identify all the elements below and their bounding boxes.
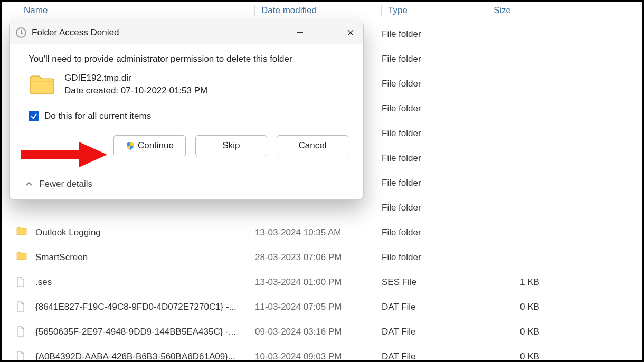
list-item[interactable]: Outlook Logging 13-03-2024 10:35 AM File…	[16, 220, 638, 245]
folder-icon	[16, 227, 28, 239]
column-size[interactable]: Size	[487, 5, 637, 16]
folder-icon	[29, 74, 55, 95]
column-name[interactable]: Name	[20, 5, 254, 16]
do-for-all-label: Do this for all current items	[44, 111, 151, 121]
file-icon	[16, 301, 28, 313]
column-date-modified[interactable]: Date modified	[254, 5, 381, 16]
file-size: 1 KB	[520, 277, 638, 288]
file-type: DAT File	[382, 302, 520, 312]
dialog-title: Folder Access Denied	[32, 27, 287, 38]
dialog-item-date: Date created: 07-10-2022 01:53 PM	[64, 85, 207, 96]
file-name: Outlook Logging	[35, 227, 255, 238]
file-size: 0 KB	[520, 302, 638, 312]
file-date: 28-03-2023 07:06 PM	[255, 252, 382, 263]
column-header-row: Name Date modified Type Size	[2, 2, 642, 20]
list-item[interactable]: {5650635F-2E97-4948-9DD9-144BB5EA435C} -…	[16, 319, 638, 344]
file-type: DAT File	[382, 351, 520, 362]
minimize-button[interactable]	[287, 21, 312, 44]
file-icon	[16, 326, 28, 338]
column-type[interactable]: Type	[381, 5, 487, 16]
dialog-message: You'll need to provide administrator per…	[29, 54, 348, 64]
folder-access-denied-dialog: Folder Access Denied You'll need to prov…	[9, 21, 364, 200]
file-type: File folder	[382, 227, 520, 238]
uac-shield-icon	[126, 141, 135, 150]
list-item[interactable]: .ses 13-03-2024 01:00 PM SES File 1 KB	[16, 270, 638, 294]
file-size: 0 KB	[520, 351, 638, 362]
file-type: SES File	[382, 277, 520, 288]
dialog-titlebar[interactable]: Folder Access Denied	[10, 21, 363, 44]
folder-icon	[16, 252, 28, 263]
dialog-item-name: GDIE192.tmp.dir	[64, 73, 207, 83]
fewer-details-toggle[interactable]: Fewer details	[10, 168, 363, 199]
file-date: 13-03-2024 10:35 AM	[255, 227, 382, 238]
dialog-item-info: GDIE192.tmp.dir Date created: 07-10-2022…	[29, 73, 348, 96]
file-date: 11-03-2024 07:05 PM	[255, 302, 382, 312]
do-for-all-checkbox[interactable]	[29, 111, 39, 121]
file-name: .ses	[35, 277, 255, 288]
file-name: SmartScreen	[35, 252, 255, 263]
file-date: 13-03-2024 01:00 PM	[255, 277, 382, 288]
clock-icon	[16, 27, 26, 38]
skip-button[interactable]: Skip	[195, 135, 267, 156]
file-name: {5650635F-2E97-4948-9DD9-144BB5EA435C} -…	[35, 327, 255, 337]
close-button[interactable]	[338, 21, 363, 44]
chevron-up-icon	[25, 180, 33, 188]
list-item[interactable]: {8641E827-F19C-49C8-9FD0-4D072E7270C1} -…	[16, 294, 638, 319]
file-size: 0 KB	[520, 327, 638, 337]
file-type: DAT File	[382, 327, 520, 337]
file-icon	[16, 277, 28, 288]
file-name: {8641E827-F19C-49C8-9FD0-4D072E7270C1} -…	[35, 302, 255, 312]
list-item[interactable]: {A0B4392D-AABA-426B-B6B3-560BA6D61A09}..…	[16, 344, 638, 362]
file-icon	[16, 351, 28, 363]
cancel-button[interactable]: Cancel	[277, 135, 348, 156]
file-type: File folder	[382, 252, 520, 263]
file-date: 09-03-2024 03:16 PM	[255, 327, 382, 337]
continue-button[interactable]: Continue	[113, 135, 186, 156]
file-name: {A0B4392D-AABA-426B-B6B3-560BA6D61A09}..…	[35, 351, 255, 362]
file-date: 10-03-2024 09:03 PM	[255, 351, 382, 362]
list-item[interactable]: SmartScreen 28-03-2023 07:06 PM File fol…	[16, 245, 638, 270]
maximize-button[interactable]	[312, 21, 338, 44]
